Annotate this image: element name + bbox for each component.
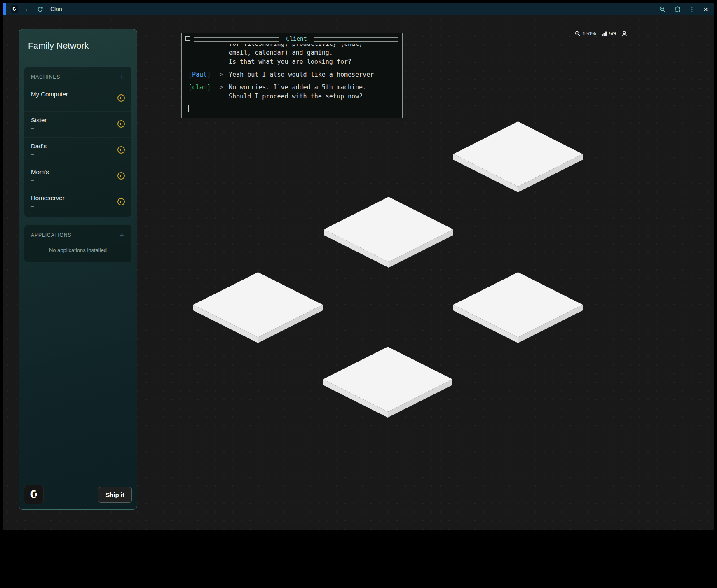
terminal-titlebar[interactable]: Client <box>182 33 402 44</box>
clan-logo-letter: C <box>12 7 15 12</box>
chat-line: No worries. I`ve added a 5th machine. <box>229 83 396 92</box>
network-indicator: 5G <box>602 30 616 37</box>
chat-author: [clan] <box>188 83 214 101</box>
machine-status-icon <box>117 146 125 154</box>
network-canvas[interactable]: 150% 5G <box>3 15 714 530</box>
person-icon <box>621 31 627 37</box>
chat-line: Is that what you are looking for? <box>229 57 396 66</box>
chat-line: email, calendar) and gaming. <box>229 48 396 57</box>
ship-it-button[interactable]: Ship it <box>98 487 132 503</box>
machine-name: Dad's <box>31 142 47 149</box>
sidebar-item-homeserver[interactable]: Homeserver – <box>24 189 131 215</box>
machine-tile[interactable] <box>453 272 583 343</box>
user-indicator <box>621 31 627 37</box>
chat-log: for filesharing, productivity (chat, ema… <box>182 44 402 115</box>
clan-logo-box[interactable]: C <box>24 485 44 504</box>
applications-empty-text: No applications installed <box>24 244 131 261</box>
machine-status-icon <box>117 172 125 180</box>
menu-button[interactable]: ⋮ <box>689 6 695 12</box>
terminal-title: Client <box>284 35 309 42</box>
chat-message: [clan] > No worries. I`ve added a 5th ma… <box>188 83 396 101</box>
machine-status-icon <box>117 120 125 128</box>
caret <box>188 105 189 112</box>
titlebar-stripes <box>314 36 398 42</box>
sidebar-footer: C Ship it <box>19 480 137 509</box>
client-terminal-window: Client for filesharing, productivity (ch… <box>181 33 403 118</box>
machine-subtitle: – <box>31 203 65 209</box>
close-button[interactable]: × <box>703 5 708 13</box>
close-icon: × <box>703 5 708 13</box>
machine-status-icon <box>117 94 125 102</box>
machine-tile[interactable] <box>323 346 453 418</box>
clan-logo-icon: C <box>12 7 16 12</box>
app-window: C ← Clan <box>3 3 714 530</box>
machine-name: My Computer <box>31 91 68 98</box>
sidebar-panel: Family Network MACHINES + My Computer – … <box>19 29 137 510</box>
magnifier-icon <box>575 31 581 37</box>
status-indicators: 150% 5G <box>575 30 627 37</box>
machine-tile[interactable] <box>323 196 454 268</box>
sidebar-item-sister[interactable]: Sister – <box>24 111 131 137</box>
machine-name: Homeserver <box>31 194 65 201</box>
window-title: Clan <box>50 6 62 12</box>
machine-subtitle: – <box>31 99 68 105</box>
chat-author <box>188 44 214 66</box>
clan-logo-cursor <box>15 9 16 10</box>
clan-logo-icon: C <box>30 489 38 500</box>
chat-line: Yeah but I also would like a homeserver <box>229 70 396 79</box>
signal-bars-icon <box>602 31 607 36</box>
extensions-button[interactable] <box>674 6 681 13</box>
applications-header: APPLICATIONS + <box>24 225 131 244</box>
back-arrow-icon: ← <box>24 6 31 12</box>
sidebar-item-my-computer[interactable]: My Computer – <box>24 86 131 111</box>
add-application-button[interactable]: + <box>119 231 125 239</box>
chat-message: [Paul] > Yeah but I also would like a ho… <box>188 70 396 79</box>
sidebar-title: Family Network <box>19 29 137 61</box>
terminal-cursor[interactable] <box>188 105 396 112</box>
magnifier-plus-icon <box>659 6 665 12</box>
chat-prompt: > <box>217 83 225 101</box>
puzzle-icon <box>674 6 681 13</box>
machine-subtitle: – <box>31 177 49 183</box>
focus-accent <box>3 3 6 15</box>
back-button[interactable]: ← <box>24 6 31 12</box>
machines-label: MACHINES <box>31 74 60 80</box>
chat-author: [Paul] <box>188 70 214 79</box>
machines-section: MACHINES + My Computer – Sister – <box>24 67 131 217</box>
applications-section: APPLICATIONS + No applications installed <box>24 225 131 262</box>
machine-tile[interactable] <box>453 121 583 192</box>
chat-line: Should I proceed with the setup now? <box>229 92 396 101</box>
machine-subtitle: – <box>31 125 47 131</box>
machine-name: Mom's <box>31 168 49 175</box>
sidebar-item-dads[interactable]: Dad's – <box>24 137 131 163</box>
chat-line: for filesharing, productivity (chat, <box>229 44 396 48</box>
add-machine-button[interactable]: + <box>119 73 125 81</box>
machine-tile[interactable] <box>193 272 323 343</box>
machine-subtitle: – <box>31 151 47 157</box>
clan-logo-cursor <box>35 493 37 496</box>
reload-button[interactable] <box>37 6 43 12</box>
zoom-level: 150% <box>582 30 596 37</box>
machine-name: Sister <box>31 117 47 124</box>
terminal-close-box-icon[interactable] <box>185 36 190 41</box>
clan-favicon: C <box>11 5 18 13</box>
network-type: 5G <box>609 30 616 37</box>
zoom-button[interactable] <box>659 6 665 12</box>
reload-icon <box>37 6 43 12</box>
titlebar-stripes <box>194 36 279 42</box>
kebab-menu-icon: ⋮ <box>689 6 695 12</box>
titlebar-actions: ⋮ × <box>659 5 708 13</box>
applications-label: APPLICATIONS <box>31 232 71 238</box>
chat-prompt: > <box>217 70 225 79</box>
chat-message: for filesharing, productivity (chat, ema… <box>188 44 396 66</box>
machine-status-icon <box>117 198 125 205</box>
machines-header: MACHINES + <box>24 67 131 86</box>
sidebar-item-moms[interactable]: Mom's – <box>24 163 131 189</box>
titlebar: C ← Clan <box>3 3 714 15</box>
zoom-indicator: 150% <box>575 30 596 37</box>
